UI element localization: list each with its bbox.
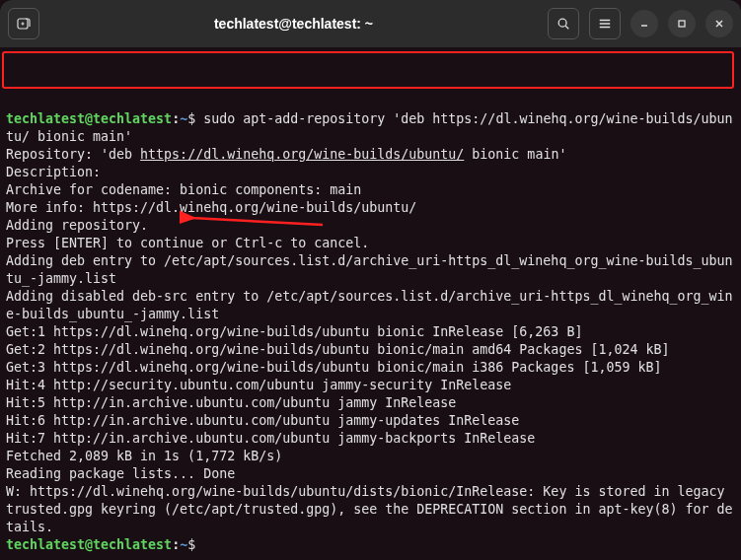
window-controls xyxy=(548,8,733,39)
terminal-line: Fetched 2,089 kB in 1s (1,772 kB/s) xyxy=(6,449,282,463)
prompt-dollar: $ xyxy=(187,537,195,552)
terminal-line: Get:3 https://dl.winehq.org/wine-builds/… xyxy=(6,360,661,375)
prompt-colon: : xyxy=(172,111,180,126)
terminal-line: Hit:6 http://in.archive.ubuntu.com/ubunt… xyxy=(6,413,519,428)
prompt-path: ~ xyxy=(180,537,187,552)
terminal-line: Get:2 https://dl.winehq.org/wine-builds/… xyxy=(6,342,669,357)
prompt-colon: : xyxy=(172,537,180,552)
hamburger-icon xyxy=(598,17,612,31)
terminal-line: techlatest@techlatest:~$ xyxy=(6,537,195,552)
svg-rect-7 xyxy=(679,21,685,27)
terminal-line: Adding deb entry to /etc/apt/sources.lis… xyxy=(6,253,733,286)
terminal-line: Adding repository. xyxy=(6,218,148,233)
minimize-button[interactable] xyxy=(630,10,658,37)
prompt-user: techlatest@techlatest xyxy=(6,537,172,552)
menu-button[interactable] xyxy=(589,8,621,39)
search-button[interactable] xyxy=(548,8,579,39)
terminal-line: W: https://dl.winehq.org/wine-builds/ubu… xyxy=(6,484,733,534)
close-button[interactable] xyxy=(705,10,733,37)
svg-line-10 xyxy=(191,218,323,225)
terminal-line: More info: https://dl.winehq.org/wine-bu… xyxy=(6,200,416,215)
terminal-line: Hit:5 http://in.archive.ubuntu.com/ubunt… xyxy=(6,395,456,410)
maximize-button[interactable] xyxy=(668,10,696,37)
maximize-icon xyxy=(676,18,688,30)
terminal-line: Reading package lists... Done xyxy=(6,466,235,481)
svg-line-2 xyxy=(565,26,568,29)
annotation-highlight-box xyxy=(2,51,734,89)
new-tab-button[interactable] xyxy=(8,8,39,39)
close-icon xyxy=(713,18,725,30)
search-icon xyxy=(556,17,570,31)
terminal-line: Description: xyxy=(6,165,101,179)
repo-url-link[interactable]: https://dl.winehq.org/wine-builds/ubuntu… xyxy=(140,147,464,162)
prompt-dollar: $ xyxy=(187,111,195,126)
titlebar: techlatest@techlatest: ~ xyxy=(0,0,741,47)
prompt-user: techlatest@techlatest xyxy=(6,111,172,126)
new-tab-icon xyxy=(16,16,32,32)
terminal-line: Repository: 'deb https://dl.winehq.org/w… xyxy=(6,147,566,162)
svg-point-1 xyxy=(558,19,566,27)
terminal-line: Adding disabled deb-src entry to /etc/ap… xyxy=(6,289,733,321)
terminal-line: Hit:4 http://security.ubuntu.com/ubuntu … xyxy=(6,378,511,392)
window-title: techlatest@techlatest: ~ xyxy=(47,16,540,32)
terminal-line: Get:1 https://dl.winehq.org/wine-builds/… xyxy=(6,324,582,339)
terminal-content[interactable]: techlatest@techlatest:~$ sudo apt-add-re… xyxy=(0,47,741,560)
terminal-line: Press [ENTER] to continue or Ctrl-c to c… xyxy=(6,236,369,250)
terminal-line: Archive for codename: bionic components:… xyxy=(6,182,361,197)
minimize-icon xyxy=(638,18,650,30)
prompt-path: ~ xyxy=(180,111,187,126)
terminal-line: Hit:7 http://in.archive.ubuntu.com/ubunt… xyxy=(6,431,535,446)
terminal-line: techlatest@techlatest:~$ sudo apt-add-re… xyxy=(6,111,733,144)
